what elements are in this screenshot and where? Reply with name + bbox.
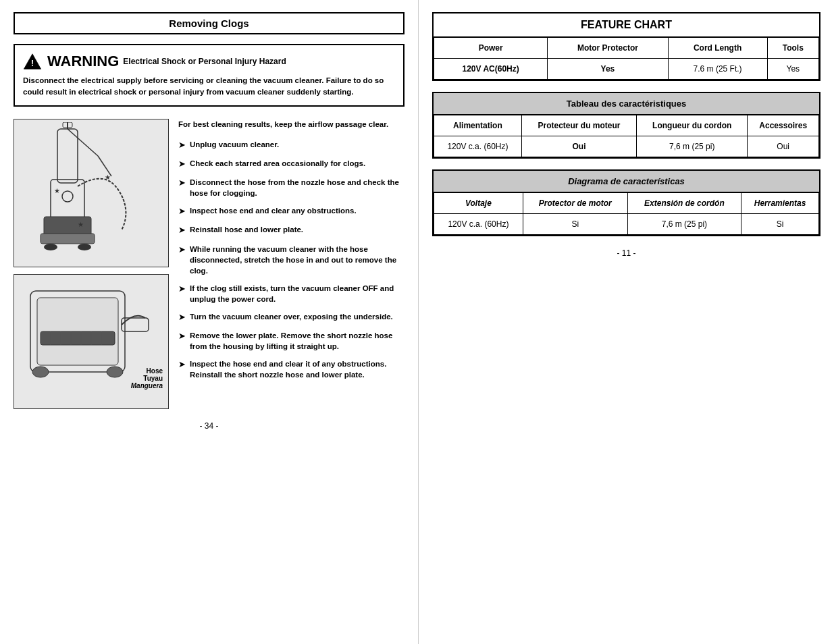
french-col-1: Protecteur du moteur bbox=[521, 115, 636, 136]
page-number-left: - 34 - bbox=[14, 421, 405, 431]
svg-rect-2 bbox=[57, 129, 78, 183]
feature-val-tools: Yes bbox=[767, 59, 818, 80]
page-number-right: - 11 - bbox=[432, 248, 820, 258]
svg-rect-21 bbox=[122, 318, 149, 331]
feature-chart-header-row: Power Motor Protector Cord Length Tools bbox=[434, 38, 819, 59]
step-1: ➤ Unplug vacuum cleaner. bbox=[178, 139, 405, 151]
step-6: ➤ While running the vacuum cleaner with … bbox=[178, 244, 405, 276]
step-text-6: While running the vacuum cleaner with th… bbox=[190, 244, 405, 276]
step-2: ➤ Check each starred area occasionally f… bbox=[178, 158, 405, 170]
french-col-2: Longueur du cordon bbox=[637, 115, 748, 136]
arrow-icon-8: ➤ bbox=[178, 311, 186, 323]
step-8: ➤ Turn the vacuum cleaner over, exposing… bbox=[178, 311, 405, 323]
warning-text: Disconnect the electrical supply before … bbox=[23, 75, 395, 99]
svg-text:★: ★ bbox=[78, 221, 84, 228]
svg-point-20 bbox=[107, 367, 123, 377]
french-chart-table: Alimentation Protecteur du moteur Longue… bbox=[434, 115, 819, 157]
svg-point-6 bbox=[44, 244, 57, 250]
step-7: ➤ If the clog still exists, turn the vac… bbox=[178, 283, 405, 304]
step-text-9: Remove the lower plate. Remove the short… bbox=[190, 330, 405, 352]
feature-col-cord: Cord Length bbox=[668, 38, 767, 59]
spanish-chart-data-row: 120V c.a. (60Hz) Si 7,6 m (25 pi) Si bbox=[434, 214, 819, 235]
warning-title: WARNING bbox=[47, 53, 119, 70]
left-panel: Removing Clogs ! WARNING Electrical Shoc… bbox=[0, 0, 419, 644]
arrow-icon-5: ➤ bbox=[178, 224, 186, 236]
vacuum-top-sketch: ★ ★ ★ bbox=[17, 122, 165, 264]
spanish-chart-box: Diagrama de características Voltaje Prot… bbox=[432, 169, 820, 236]
spanish-chart-header-row: Voltaje Protector de motor Extensión de … bbox=[434, 193, 819, 214]
arrow-icon-7: ➤ bbox=[178, 283, 186, 295]
arrow-icon-1: ➤ bbox=[178, 139, 186, 151]
warning-box: ! WARNING Electrical Shock or Personal I… bbox=[14, 44, 405, 107]
section-title: Removing Clogs bbox=[14, 12, 405, 34]
feature-val-cord: 7.6 m (25 Ft.) bbox=[668, 59, 767, 80]
feature-col-tools: Tools bbox=[767, 38, 818, 59]
step-text-8: Turn the vacuum cleaner over, exposing t… bbox=[190, 311, 393, 322]
svg-point-10 bbox=[62, 191, 73, 202]
feature-col-power: Power bbox=[434, 38, 548, 59]
step-text-2: Check each starred area occasionally for… bbox=[190, 158, 365, 169]
step-text-3: Disconnect the hose from the nozzle hose… bbox=[190, 177, 405, 198]
svg-text:★: ★ bbox=[54, 187, 60, 194]
feature-chart-title: FEATURE CHART bbox=[434, 14, 819, 37]
feature-chart-box: FEATURE CHART Power Motor Protector Cord… bbox=[432, 12, 820, 81]
step-4: ➤ Inspect hose end and clear any obstruc… bbox=[178, 205, 405, 217]
spanish-chart-title: Diagrama de características bbox=[434, 171, 819, 192]
intro-text: For best cleaning results, keep the airf… bbox=[178, 119, 405, 130]
feature-chart-data-row: 120V AC(60Hz) Yes 7.6 m (25 Ft.) Yes bbox=[434, 59, 819, 80]
step-text-4: Inspect hose end and clear any obstructi… bbox=[190, 205, 357, 216]
step-9: ➤ Remove the lower plate. Remove the sho… bbox=[178, 330, 405, 352]
hose-label: Hose Tuyau Manguera bbox=[131, 367, 163, 390]
arrow-icon-2: ➤ bbox=[178, 158, 186, 170]
instructions-column: For best cleaning results, keep the airf… bbox=[178, 119, 405, 409]
vacuum-top-image: ★ ★ ★ bbox=[14, 119, 169, 267]
right-panel: FEATURE CHART Power Motor Protector Cord… bbox=[419, 0, 834, 644]
french-col-0: Alimentation bbox=[434, 115, 522, 136]
spanish-val-1: Si bbox=[523, 214, 627, 235]
svg-rect-18 bbox=[41, 331, 115, 345]
arrow-icon-10: ➤ bbox=[178, 358, 186, 371]
arrow-icon-6: ➤ bbox=[178, 244, 186, 256]
french-chart-title: Tableau des caractéristiques bbox=[434, 93, 819, 115]
warning-triangle-icon: ! bbox=[23, 52, 42, 71]
arrow-icon-4: ➤ bbox=[178, 205, 186, 217]
spanish-val-3: Si bbox=[741, 214, 819, 235]
svg-rect-5 bbox=[41, 234, 95, 244]
step-text-7: If the clog still exists, turn the vacuu… bbox=[190, 283, 405, 304]
images-column: ★ ★ ★ bbox=[14, 119, 169, 409]
svg-text:!: ! bbox=[31, 59, 34, 68]
step-3: ➤ Disconnect the hose from the nozzle ho… bbox=[178, 177, 405, 198]
step-text-10: Inspect the hose end and clear it of any… bbox=[190, 358, 405, 380]
french-chart-box: Tableau des caractéristiques Alimentatio… bbox=[432, 92, 820, 159]
arrow-icon-9: ➤ bbox=[178, 330, 186, 342]
feature-chart-table: Power Motor Protector Cord Length Tools … bbox=[434, 37, 819, 80]
spanish-col-2: Extensión de cordón bbox=[627, 193, 741, 214]
french-val-3: Oui bbox=[748, 136, 819, 157]
arrow-icon-3: ➤ bbox=[178, 177, 186, 189]
spanish-col-3: Herramientas bbox=[741, 193, 819, 214]
spanish-col-1: Protector de motor bbox=[523, 193, 627, 214]
french-val-1: Oui bbox=[521, 136, 636, 157]
svg-point-7 bbox=[78, 244, 91, 250]
french-chart-data-row: 120V c.a. (60Hz) Oui 7,6 m (25 pi) Oui bbox=[434, 136, 819, 157]
images-steps-container: ★ ★ ★ bbox=[14, 119, 405, 409]
vacuum-bottom-image: Hose Tuyau Manguera bbox=[14, 274, 169, 409]
svg-line-8 bbox=[68, 129, 98, 156]
step-10: ➤ Inspect the hose end and clear it of a… bbox=[178, 358, 405, 380]
spanish-val-2: 7,6 m (25 pi) bbox=[627, 214, 741, 235]
warning-header: ! WARNING Electrical Shock or Personal I… bbox=[23, 52, 395, 71]
french-col-3: Accessoires bbox=[748, 115, 819, 136]
feature-val-power: 120V AC(60Hz) bbox=[434, 59, 548, 80]
spanish-val-0: 120V c.a. (60Hz) bbox=[434, 214, 523, 235]
french-chart-header-row: Alimentation Protecteur du moteur Longue… bbox=[434, 115, 819, 136]
svg-point-19 bbox=[32, 367, 49, 377]
spanish-col-0: Voltaje bbox=[434, 193, 523, 214]
feature-col-motor: Motor Protector bbox=[548, 38, 668, 59]
french-val-2: 7,6 m (25 pi) bbox=[637, 136, 748, 157]
spanish-chart-table: Voltaje Protector de motor Extensión de … bbox=[434, 192, 819, 235]
french-val-0: 120V c.a. (60Hz) bbox=[434, 136, 522, 157]
warning-subtitle: Electrical Shock or Personal Injury Haza… bbox=[123, 57, 286, 66]
feature-val-motor: Yes bbox=[548, 59, 668, 80]
step-5: ➤ Reinstall hose and lower plate. bbox=[178, 224, 405, 236]
step-text-1: Unplug vacuum cleaner. bbox=[190, 139, 279, 150]
